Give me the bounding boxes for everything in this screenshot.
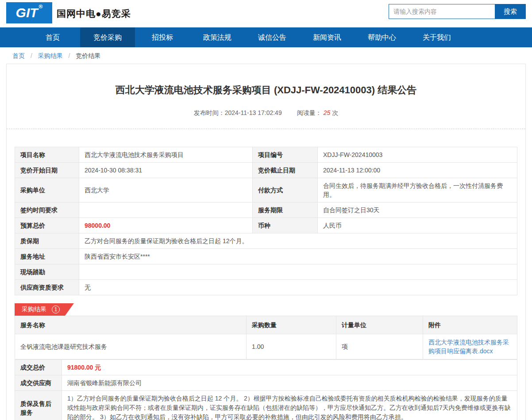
- budget-total-value: 98000.00: [79, 218, 253, 233]
- currency-value: 人民币: [318, 218, 517, 233]
- col-header-quantity: 采购数量: [247, 316, 336, 334]
- result-detail-table: 成交总价 91800.00 元 成交供应商 湖南省银峰新能源有限公司 质保及售后…: [15, 359, 517, 420]
- table-header-row: 服务名称 采购数量 计量单位 附件: [15, 316, 517, 334]
- project-name-value: 西北大学液流电池技术服务采购项目: [79, 147, 253, 163]
- table-row: 竞价开始日期 2024-10-30 08:38:31 竞价截止日期 2024-1…: [15, 163, 517, 178]
- breadcrumb-home[interactable]: 首页: [12, 52, 25, 59]
- bid-end-value: 2024-11-13 12:00:00: [318, 163, 517, 178]
- row-label: 成交总价: [15, 360, 62, 375]
- search-bar: 搜索: [389, 4, 526, 19]
- supplier-qualification-value: 无: [79, 280, 517, 295]
- top-header: GIT® 国网中电●易竞采 搜索: [0, 0, 532, 27]
- row-label: 竞价截止日期: [253, 163, 318, 178]
- table-row: 质保期 乙方对合同服务的质量保证期为验收合格后之日起 12个月。: [15, 233, 517, 249]
- row-label: 现场踏勘: [15, 264, 79, 280]
- payment-method-value: 合同生效后，待服务期满并经甲方验收合格后，一次性付清服务费用。: [318, 178, 517, 202]
- service-address-value: 陕西省西安市长安区****: [79, 249, 517, 264]
- purchaser-value: 西北大学: [79, 178, 253, 202]
- attachment-link[interactable]: 西北大学液流电池技术服务采购项目响应偏离表.docx: [428, 339, 509, 355]
- warranty-after-sales-value: 1）乙方对合同服务的质量保证期为验收合格后之日起 12 个月。 2）根据甲方按检…: [62, 391, 517, 420]
- nav-item-news[interactable]: 新闻资讯: [300, 27, 355, 47]
- nav-item-integrity-notice[interactable]: 诚信公告: [245, 27, 300, 47]
- table-row: 采购单位 西北大学 付款方式 合同生效后，待服务期满并经甲方验收合格后，一次性付…: [15, 178, 517, 202]
- breadcrumb: 首页 / 采购结果 / 竞价结果: [0, 47, 532, 64]
- service-period-value: 自合同签订之日30天: [318, 202, 517, 218]
- nav-item-policy[interactable]: 政策法规: [190, 27, 245, 47]
- nav-item-about-us[interactable]: 关于我们: [409, 27, 464, 47]
- bid-start-value: 2024-10-30 08:38:31: [79, 163, 253, 178]
- breadcrumb-current: 竞价结果: [76, 52, 100, 59]
- site-survey-value: [79, 264, 517, 280]
- nav-item-tender[interactable]: 招投标: [135, 27, 190, 47]
- attachment-cell: 西北大学液流电池技术服务采购项目响应偏离表.docx: [423, 334, 517, 359]
- nav-item-help-center[interactable]: 帮助中心: [355, 27, 409, 47]
- nav-item-bidding-purchase[interactable]: 竞价采购: [80, 27, 135, 47]
- result-items-table: 服务名称 采购数量 计量单位 附件 全钒液流电池课题研究技术服务 1.00 项 …: [15, 316, 517, 359]
- page-title: 西北大学液流电池技术服务采购项目 (XDJJ-FW-202410003) 结果公…: [7, 64, 525, 97]
- site-logo[interactable]: GIT®: [6, 2, 52, 23]
- views-count: 25: [324, 109, 331, 116]
- main-nav: 首页 竞价采购 招投标 政策法规 诚信公告 新闻资讯 帮助中心 关于我们: [0, 27, 532, 47]
- registered-mark-icon: ®: [39, 4, 43, 10]
- unit-value: 项: [336, 334, 423, 359]
- row-label: 预算总价: [15, 218, 79, 233]
- publish-time-label: 发布时间：: [194, 109, 225, 116]
- row-label: 质保期: [15, 233, 79, 249]
- announcement-card: 西北大学液流电池技术服务采购项目 (XDJJ-FW-202410003) 结果公…: [6, 64, 526, 420]
- procurement-result-ribbon: 采购结果 1: [15, 303, 74, 316]
- table-row: 服务地址 陕西省西安市长安区****: [15, 249, 517, 264]
- row-label: 质保及售后服务: [15, 391, 62, 420]
- logo-text: GIT: [16, 5, 38, 20]
- dashed-divider: [7, 129, 525, 129]
- breadcrumb-separator: /: [31, 52, 32, 59]
- col-header-attachment: 附件: [423, 316, 517, 334]
- table-row: 预算总价 98000.00 币种 人民币: [15, 218, 517, 233]
- row-label: 项目编号: [253, 147, 318, 163]
- row-label: 签约时间要求: [15, 202, 79, 218]
- table-row: 签约时间要求 服务期限 自合同签订之日30天: [15, 202, 517, 218]
- service-name-value: 全钒液流电池课题研究技术服务: [15, 334, 247, 359]
- row-label: 项目名称: [15, 147, 79, 163]
- breadcrumb-procurement-results[interactable]: 采购结果: [38, 52, 63, 59]
- result-count-badge: 1: [52, 305, 60, 313]
- row-label: 成交供应商: [15, 375, 62, 391]
- deal-price-value: 91800.00 元: [62, 360, 517, 375]
- quantity-value: 1.00: [247, 334, 336, 359]
- search-button[interactable]: 搜索: [495, 4, 526, 19]
- views-unit: 次: [332, 109, 338, 116]
- ribbon-label: 采购结果: [22, 305, 46, 313]
- project-info-table: 项目名称 西北大学液流电池技术服务采购项目 项目编号 XDJJ-FW-20241…: [15, 147, 517, 295]
- col-header-service-name: 服务名称: [15, 316, 247, 334]
- table-row: 成交总价 91800.00 元: [15, 360, 517, 375]
- table-row: 现场踏勘: [15, 264, 517, 280]
- article-meta: 发布时间：2024-11-13 17:02:49阅读量：25次: [7, 109, 525, 117]
- row-label: 采购单位: [15, 178, 79, 202]
- sign-time-value: [79, 202, 253, 218]
- views-label: 阅读量：: [297, 109, 322, 116]
- site-name: 国网中电●易竞采: [57, 8, 131, 20]
- project-number-value: XDJJ-FW-202410003: [318, 147, 517, 163]
- publish-time-value: 2024-11-13 17:02:49: [225, 109, 282, 116]
- search-input[interactable]: [389, 4, 495, 19]
- supplier-value: 湖南省银峰新能源有限公司: [62, 375, 517, 391]
- nav-item-home[interactable]: 首页: [25, 27, 80, 47]
- row-label: 竞价开始日期: [15, 163, 79, 178]
- col-header-unit: 计量单位: [336, 316, 423, 334]
- table-row: 项目名称 西北大学液流电池技术服务采购项目 项目编号 XDJJ-FW-20241…: [15, 147, 517, 163]
- row-label: 付款方式: [253, 178, 318, 202]
- table-row: 供应商资质要求 无: [15, 280, 517, 295]
- row-label: 服务期限: [253, 202, 318, 218]
- row-label: 币种: [253, 218, 318, 233]
- table-row: 质保及售后服务 1）乙方对合同服务的质量保证期为验收合格后之日起 12 个月。 …: [15, 391, 517, 420]
- table-row: 成交供应商 湖南省银峰新能源有限公司: [15, 375, 517, 391]
- warranty-period-value: 乙方对合同服务的质量保证期为验收合格后之日起 12个月。: [79, 233, 517, 249]
- row-label: 服务地址: [15, 249, 79, 264]
- breadcrumb-separator: /: [69, 52, 70, 59]
- row-label: 供应商资质要求: [15, 280, 79, 295]
- table-row: 全钒液流电池课题研究技术服务 1.00 项 西北大学液流电池技术服务采购项目响应…: [15, 334, 517, 359]
